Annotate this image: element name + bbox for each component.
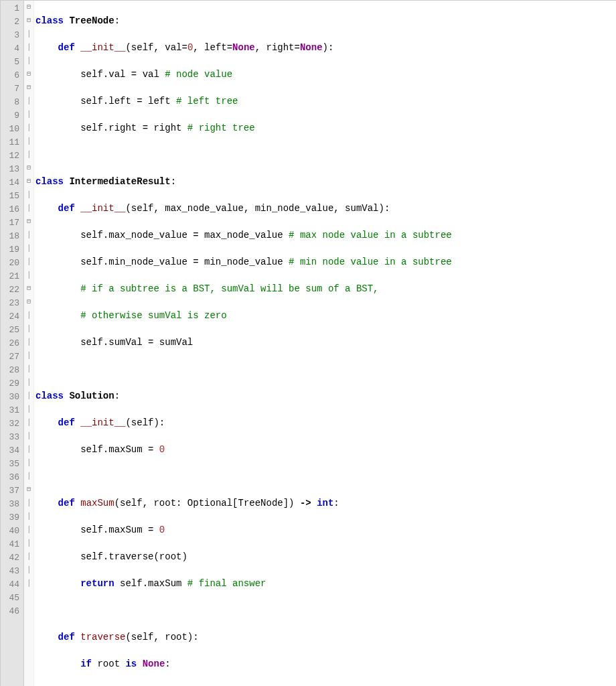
code-line [35,362,616,376]
line-number: 17 [3,216,19,230]
line-number: 31 [3,404,19,417]
fold-guide: │ [24,389,33,403]
line-number: 23 [3,297,19,310]
code-line: self.maxSum = 0 [35,443,616,456]
fold-toggle-icon[interactable]: ⊟ [24,161,33,175]
code-line: self.sumVal = sumVal [35,336,616,349]
line-number: 9 [3,109,19,123]
line-number: 28 [3,364,19,377]
fold-guide: │ [24,443,33,456]
code-line: def __init__(self, max_node_value, min_n… [35,202,616,215]
line-number: 36 [3,471,19,484]
code-line: # if a subtree is a BST, sumVal will be … [35,282,616,295]
code-line: return self.maxSum # final answer [35,577,616,590]
line-number: 33 [3,431,19,444]
code-line: class IntermediateResult: [35,175,616,188]
line-number: 41 [3,538,19,551]
fold-guide: │ [24,309,33,322]
fold-guide: │ [24,188,33,202]
fold-guide: │ [24,376,33,389]
code-line: self.maxSum = 0 [35,523,616,537]
code-line [35,470,616,483]
code-line: class TreeNode: [35,14,616,27]
fold-guide: │ [24,429,33,443]
line-number: 12 [3,149,19,163]
line-number: 42 [3,551,19,565]
line-number: 13 [3,163,19,176]
line-number: 1 [3,2,19,15]
line-number: 24 [3,310,19,324]
fold-guide: │ [24,322,33,336]
code-line: self.traverse(root) [35,550,616,563]
fold-guide: │ [24,403,33,416]
code-line: if root is None: [35,657,616,671]
line-number: 19 [3,243,19,257]
fold-guide: │ [24,108,33,121]
code-line [35,148,616,161]
line-number: 22 [3,283,19,297]
fold-guide: │ [24,537,33,550]
fold-guide: │ [24,349,33,362]
fold-toggle-icon[interactable]: ⊟ [24,81,33,94]
fold-guide: │ [24,496,33,510]
code-line [35,604,616,617]
code-line: self.right = right # right tree [35,121,616,135]
fold-toggle-icon[interactable]: ⊟ [24,215,33,228]
code-line: class Solution: [35,389,616,403]
line-number: 11 [3,136,19,149]
line-number: 43 [3,565,19,578]
line-number: 32 [3,417,19,431]
code-line: def maxSum(self, root: Optional[TreeNode… [35,496,616,510]
code-line: def traverse(self, root): [35,630,616,644]
line-number: 15 [3,190,19,203]
fold-guide: │ [24,577,33,590]
fold-column: ⊟ ⊟ │ │ │ ⊟ ⊟ │ │ │ │ │ ⊟ ⊟ │ │ ⊟ │ │ │ … [24,1,34,686]
line-number: 46 [3,605,19,618]
fold-guide: │ [24,416,33,429]
line-number: 40 [3,525,19,538]
fold-guide: │ [24,255,33,269]
fold-toggle-icon[interactable]: ⊟ [24,175,33,188]
line-number: 26 [3,337,19,350]
fold-guide: │ [24,523,33,537]
fold-toggle-icon[interactable]: ⊟ [24,68,33,81]
line-number: 4 [3,42,19,56]
line-number: 38 [3,498,19,511]
line-number: 2 [3,15,19,29]
line-number: 21 [3,270,19,283]
code-line: self.val = val # node value [35,68,616,81]
line-number: 3 [3,29,19,42]
line-number: 35 [3,458,19,471]
code-line: # otherwise sumVal is zero [35,309,616,322]
line-number: 25 [3,324,19,337]
fold-guide: │ [24,510,33,523]
fold-guide: │ [24,148,33,161]
fold-guide: │ [24,362,33,376]
fold-guide: │ [24,456,33,470]
code-editor: 1 2 3 4 5 6 7 8 9 10 11 12 13 14 15 16 1… [0,0,616,686]
fold-guide: │ [24,336,33,349]
fold-toggle-icon[interactable]: ⊟ [24,483,33,496]
fold-toggle-icon[interactable]: ⊟ [24,295,33,309]
fold-guide: │ [24,27,33,41]
line-number: 30 [3,391,19,404]
line-number: 27 [3,350,19,364]
line-number: 45 [3,592,19,605]
line-number: 37 [3,484,19,498]
code-area[interactable]: class TreeNode: def __init__(self, val=0… [34,1,616,686]
line-number: 10 [3,123,19,136]
line-number: 39 [3,511,19,525]
line-number: 7 [3,82,19,96]
fold-guide: │ [24,54,33,68]
line-number: 34 [3,444,19,458]
fold-guide: │ [24,563,33,577]
fold-toggle-icon[interactable]: ⊟ [24,14,33,27]
line-number-gutter: 1 2 3 4 5 6 7 8 9 10 11 12 13 14 15 16 1… [1,1,24,686]
line-number: 20 [3,257,19,270]
fold-toggle-icon[interactable]: ⊟ [24,1,33,14]
fold-toggle-icon[interactable]: ⊟ [24,282,33,295]
code-line: self.max_node_value = max_node_value # m… [35,228,616,242]
fold-guide: │ [24,269,33,282]
code-line: self.min_node_value = min_node_value # m… [35,255,616,269]
line-number: 29 [3,377,19,391]
